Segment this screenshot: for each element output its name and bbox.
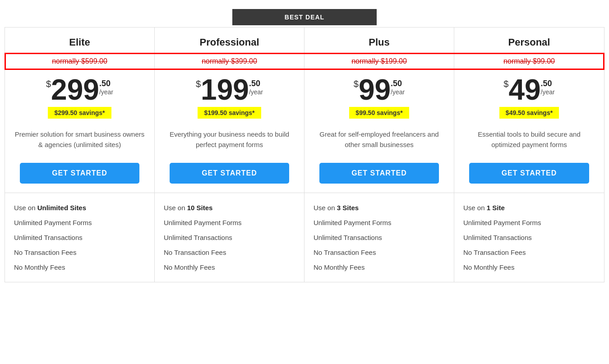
price-section-personal: $49.50/year$49.50 savings* (454, 70, 604, 127)
best-deal-banner: BEST DEAL (232, 9, 377, 25)
savings-badge-plus: $99.50 savings* (349, 107, 409, 119)
per-year-elite: /year (99, 88, 113, 96)
price-section-plus: $99.50/year$99.50 savings* (304, 70, 454, 127)
get-started-button-elite[interactable]: GET STARTED (20, 163, 139, 184)
price-section-elite: $299.50/year$299.50 savings* (5, 70, 154, 127)
feature-item-professional-3: No Monthly Fees (164, 260, 295, 275)
savings-badge-professional: $199.50 savings* (198, 107, 261, 119)
per-year-plus: /year (391, 88, 405, 96)
cents-professional: .50 (249, 79, 260, 88)
pricing-wrapper: BEST DEAL Elitenormally $599.00$299.50/y… (5, 9, 604, 282)
plan-name-elite: Elite (9, 37, 150, 48)
feature-item-professional-0: Unlimited Payment Forms (164, 215, 295, 230)
feature-item-plus-1: Unlimited Transactions (314, 230, 445, 245)
plan-header-personal: Personal (454, 28, 604, 53)
get-started-button-professional[interactable]: GET STARTED (170, 163, 289, 184)
plan-header-elite: Elite (5, 28, 154, 53)
feature-item-personal-3: No Monthly Fees (463, 260, 595, 275)
price-display-plus: $99.50/year (309, 75, 449, 104)
feature-item-elite-1: Unlimited Transactions (14, 230, 145, 245)
cents-plus: .50 (391, 79, 402, 88)
main-price-elite: 299 (51, 75, 99, 104)
plan-description-plus: Great for self-employed freelancers and … (304, 127, 454, 163)
feature-item-plus-2: No Transaction Fees (314, 245, 445, 260)
plan-col-professional: Professionalnormally $399.00$199.50/year… (155, 28, 304, 282)
plan-description-elite: Premier solution for smart business owne… (5, 127, 154, 163)
feature-item-personal-0: Unlimited Payment Forms (463, 215, 595, 230)
plan-header-plus: Plus (304, 28, 454, 53)
plan-col-plus: Plusnormally $199.00$99.50/year$99.50 sa… (304, 28, 454, 282)
dollar-sign-professional: $ (196, 79, 201, 89)
normally-price-elite: normally $599.00 (5, 53, 154, 70)
features-section-plus: Use on 3 SitesUnlimited Payment FormsUnl… (304, 193, 454, 282)
cents-year-personal: .50/year (541, 79, 555, 96)
plan-name-plus: Plus (309, 37, 449, 48)
features-section-personal: Use on 1 SiteUnlimited Payment FormsUnli… (454, 193, 604, 282)
feature-item-elite-2: No Transaction Fees (14, 245, 145, 260)
feature-item-elite-3: No Monthly Fees (14, 260, 145, 275)
price-display-elite: $299.50/year (9, 75, 150, 104)
get-started-button-personal[interactable]: GET STARTED (469, 163, 589, 184)
feature-item-elite-0: Unlimited Payment Forms (14, 215, 145, 230)
dollar-sign-elite: $ (46, 79, 51, 89)
cents-personal: .50 (541, 79, 552, 88)
cents-year-plus: .50/year (391, 79, 405, 96)
plan-name-professional: Professional (159, 37, 300, 48)
per-year-professional: /year (249, 88, 263, 96)
main-price-plus: 99 (359, 75, 391, 104)
dollar-sign-plus: $ (354, 79, 359, 89)
normally-price-plus: normally $199.00 (304, 53, 454, 70)
savings-badge-personal: $49.50 savings* (499, 107, 559, 119)
main-price-personal: 49 (508, 75, 540, 104)
plan-name-personal: Personal (459, 37, 600, 48)
get-started-button-plus[interactable]: GET STARTED (319, 163, 439, 184)
sites-feature-personal: Use on 1 Site (463, 200, 595, 215)
feature-item-professional-1: Unlimited Transactions (164, 230, 295, 245)
sites-feature-professional: Use on 10 Sites (164, 200, 295, 215)
features-section-professional: Use on 10 SitesUnlimited Payment FormsUn… (155, 193, 304, 282)
main-price-professional: 199 (201, 75, 249, 104)
normally-price-personal: normally $99.00 (454, 53, 604, 70)
cents-year-elite: .50/year (99, 79, 113, 96)
feature-item-personal-1: Unlimited Transactions (463, 230, 595, 245)
dollar-sign-personal: $ (503, 79, 508, 89)
plans-grid: Elitenormally $599.00$299.50/year$299.50… (5, 27, 604, 282)
price-section-professional: $199.50/year$199.50 savings* (155, 70, 304, 127)
savings-badge-elite: $299.50 savings* (48, 107, 111, 119)
plan-description-professional: Everything your business needs to build … (155, 127, 304, 163)
plan-col-personal: Personalnormally $99.00$49.50/year$49.50… (454, 28, 604, 282)
features-section-elite: Use on Unlimited SitesUnlimited Payment … (5, 193, 154, 282)
cents-elite: .50 (99, 79, 111, 88)
plan-header-professional: Professional (155, 28, 304, 53)
cents-year-professional: .50/year (249, 79, 263, 96)
price-display-professional: $199.50/year (159, 75, 300, 104)
sites-feature-elite: Use on Unlimited Sites (14, 200, 145, 215)
plan-col-elite: Elitenormally $599.00$299.50/year$299.50… (5, 28, 155, 282)
feature-item-plus-3: No Monthly Fees (314, 260, 445, 275)
feature-item-personal-2: No Transaction Fees (463, 245, 595, 260)
plan-description-personal: Essential tools to build secure and opti… (454, 127, 604, 163)
per-year-personal: /year (541, 88, 555, 96)
price-display-personal: $49.50/year (459, 75, 600, 104)
normally-price-professional: normally $399.00 (155, 53, 304, 70)
sites-feature-plus: Use on 3 Sites (314, 200, 445, 215)
feature-item-plus-0: Unlimited Payment Forms (314, 215, 445, 230)
feature-item-professional-2: No Transaction Fees (164, 245, 295, 260)
